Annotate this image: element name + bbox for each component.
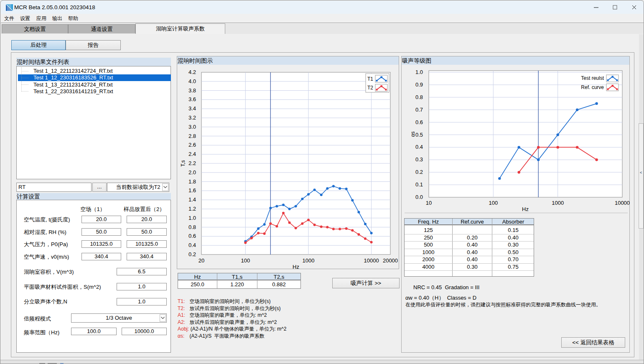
svg-text:0.4: 0.4 <box>415 144 423 150</box>
svg-text:0.3: 0.3 <box>415 156 423 163</box>
svg-text:0.6: 0.6 <box>415 119 423 125</box>
svg-text:4.0: 4.0 <box>188 78 196 84</box>
svg-text:2.4: 2.4 <box>188 151 196 157</box>
svg-text:αs: αs <box>410 132 416 137</box>
svg-text:Hz: Hz <box>293 264 299 269</box>
svg-text:1.2: 1.2 <box>188 206 196 212</box>
svg-text:0.5: 0.5 <box>415 132 423 138</box>
svg-text:2.2: 2.2 <box>188 160 196 166</box>
svg-text:20000: 20000 <box>383 257 398 264</box>
svg-text:1000: 1000 <box>303 257 315 264</box>
svg-text:1.0: 1.0 <box>188 215 196 221</box>
svg-text:0.1: 0.1 <box>415 181 423 188</box>
svg-text:3.6: 3.6 <box>188 96 196 102</box>
svg-text:0.6: 0.6 <box>188 233 196 239</box>
svg-text:0.4: 0.4 <box>188 242 196 248</box>
svg-text:T2: T2 <box>367 85 373 91</box>
svg-text:0.9: 0.9 <box>415 81 423 88</box>
svg-text:Hz: Hz <box>522 206 529 212</box>
svg-text:1.8: 1.8 <box>188 178 196 185</box>
svg-text:2.8: 2.8 <box>188 133 196 139</box>
svg-text:0.2: 0.2 <box>415 169 423 175</box>
svg-text:T,s: T,s <box>180 160 186 166</box>
svg-text:20: 20 <box>199 257 204 264</box>
svg-text:3.0: 3.0 <box>188 124 196 130</box>
svg-text:1.6: 1.6 <box>188 187 196 193</box>
svg-text:100: 100 <box>489 200 498 206</box>
svg-text:10: 10 <box>426 200 432 206</box>
svg-text:3.2: 3.2 <box>188 115 196 121</box>
svg-text:0.0: 0.0 <box>415 194 423 200</box>
svg-text:0.7: 0.7 <box>415 107 423 113</box>
svg-text:4.2: 4.2 <box>188 69 196 75</box>
svg-text:10000: 10000 <box>364 257 379 264</box>
svg-text:1.0: 1.0 <box>415 69 423 75</box>
svg-text:2.0: 2.0 <box>188 169 196 176</box>
svg-text:10000: 10000 <box>615 200 630 206</box>
svg-text:Ref. curve: Ref. curve <box>581 84 604 90</box>
svg-text:3.8: 3.8 <box>188 87 196 94</box>
svg-text:2.6: 2.6 <box>188 142 196 148</box>
svg-text:3.4: 3.4 <box>188 105 196 112</box>
svg-text:100: 100 <box>241 257 250 264</box>
svg-text:1.4: 1.4 <box>188 196 196 203</box>
svg-text:T1: T1 <box>367 76 373 82</box>
svg-text:Test reulst: Test reulst <box>581 75 604 81</box>
svg-text:0.8: 0.8 <box>188 224 196 230</box>
svg-text:1000: 1000 <box>552 200 564 206</box>
svg-text:0.8: 0.8 <box>415 94 423 100</box>
svg-text:0.2: 0.2 <box>188 251 196 257</box>
